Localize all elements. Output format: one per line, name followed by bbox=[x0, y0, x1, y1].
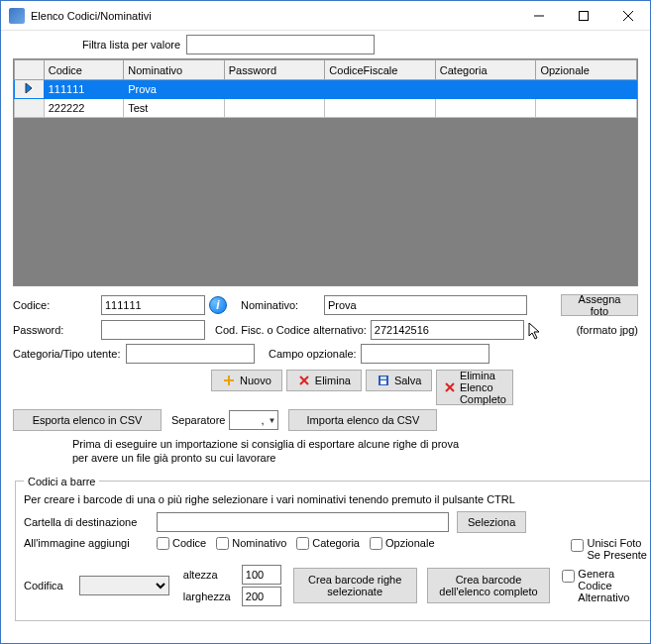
cell-password[interactable] bbox=[224, 80, 325, 99]
crea-barcode-all-button[interactable]: Crea barcode dell'elenco completo bbox=[427, 568, 551, 603]
cartella-label: Cartella di destinazione bbox=[24, 516, 153, 528]
cell-nominativo[interactable]: Prova bbox=[124, 80, 225, 99]
data-grid[interactable]: Codice Nominativo Password CodiceFiscale… bbox=[13, 58, 638, 286]
password-label: Password: bbox=[13, 324, 97, 336]
codice-input[interactable] bbox=[101, 295, 205, 315]
salva-button[interactable]: Salva bbox=[366, 370, 433, 391]
chk-genera-alt[interactable]: Genera Codice Alternativo bbox=[562, 568, 647, 603]
col-header-categoria[interactable]: Categoria bbox=[435, 60, 536, 80]
codifica-select[interactable] bbox=[79, 576, 168, 595]
cartella-input[interactable] bbox=[157, 512, 449, 532]
chk-nominativo[interactable]: Nominativo bbox=[216, 537, 286, 550]
col-header-opzionale[interactable]: Opzionale bbox=[536, 60, 637, 80]
altezza-input[interactable] bbox=[242, 565, 281, 585]
esporta-csv-button[interactable]: Esporta elenco in CSV bbox=[13, 409, 162, 431]
chk-opzionale[interactable]: Opzionale bbox=[370, 537, 435, 550]
maximize-button[interactable] bbox=[561, 1, 605, 31]
x-icon bbox=[297, 374, 311, 387]
titlebar: Elenco Codici/Nominativi bbox=[1, 1, 650, 31]
elimina-label: Elimina bbox=[315, 375, 351, 386]
table-row[interactable]: 111111Prova bbox=[15, 80, 637, 99]
opzionale-label: Campo opzionale: bbox=[269, 348, 357, 360]
separatore-value: , bbox=[261, 414, 264, 426]
codice-label: Codice: bbox=[13, 299, 97, 311]
row-header-corner bbox=[15, 60, 45, 80]
assegna-foto-button[interactable]: Assegna foto bbox=[561, 294, 638, 316]
cell-codice[interactable]: 111111 bbox=[44, 80, 124, 99]
close-button[interactable] bbox=[605, 1, 650, 31]
chk-unisci-foto[interactable]: Unisci Foto Se Presente bbox=[571, 537, 647, 561]
cell-categoria[interactable] bbox=[435, 80, 536, 99]
row-indicator bbox=[15, 99, 45, 118]
info-icon[interactable]: i bbox=[209, 296, 227, 314]
larghezza-input[interactable] bbox=[242, 587, 281, 606]
nominativo-label: Nominativo: bbox=[241, 299, 320, 311]
formato-label: (formato jpg) bbox=[577, 324, 638, 336]
cell-opzionale[interactable] bbox=[536, 80, 637, 99]
chk-codice[interactable]: Codice bbox=[157, 537, 206, 550]
nuovo-label: Nuovo bbox=[240, 375, 271, 386]
nominativo-input[interactable] bbox=[324, 295, 527, 315]
col-header-nominativo[interactable]: Nominativo bbox=[124, 60, 225, 80]
import-note: Prima di eseguire un importazione si con… bbox=[72, 437, 469, 466]
row-indicator bbox=[15, 80, 45, 99]
seleziona-button[interactable]: Seleziona bbox=[457, 511, 526, 533]
col-header-codice[interactable]: Codice bbox=[44, 60, 124, 80]
cell-password[interactable] bbox=[224, 99, 325, 118]
larghezza-label: larghezza bbox=[183, 590, 238, 602]
codifica-label: Codifica bbox=[24, 580, 75, 591]
filter-input[interactable] bbox=[186, 35, 375, 54]
codfisc-label: Cod. Fisc. o Codice alternativo: bbox=[215, 324, 367, 336]
svg-rect-3 bbox=[380, 376, 386, 379]
categoria-label: Categoria/Tipo utente: bbox=[13, 348, 122, 360]
chk-categoria[interactable]: Categoria bbox=[296, 537, 360, 550]
app-icon bbox=[9, 8, 25, 24]
elimina-elenco-button[interactable]: Elimina Elenco Completo bbox=[436, 370, 513, 405]
password-input[interactable] bbox=[101, 320, 205, 340]
separatore-label: Separatore bbox=[171, 414, 225, 426]
cell-opzionale[interactable] bbox=[536, 99, 637, 118]
x-icon bbox=[444, 380, 456, 394]
cell-nominativo[interactable]: Test bbox=[124, 99, 225, 118]
svg-rect-0 bbox=[579, 11, 588, 20]
save-icon bbox=[377, 374, 390, 387]
codfisc-input[interactable] bbox=[371, 320, 524, 340]
elimina-button[interactable]: Elimina bbox=[286, 370, 362, 391]
cell-codicefiscale[interactable] bbox=[325, 80, 435, 99]
cell-categoria[interactable] bbox=[435, 99, 536, 118]
table-row[interactable]: 222222Test bbox=[15, 99, 637, 118]
cursor-icon bbox=[528, 322, 542, 340]
elimina-elenco-label: Elimina Elenco Completo bbox=[460, 370, 506, 405]
window-title: Elenco Codici/Nominativi bbox=[31, 10, 516, 22]
barcode-group: Codici a barre Per creare i barcode di u… bbox=[15, 476, 651, 621]
opzionale-input[interactable] bbox=[361, 344, 489, 364]
cell-codice[interactable]: 222222 bbox=[44, 99, 124, 118]
altezza-label: altezza bbox=[183, 569, 238, 581]
col-header-codicefiscale[interactable]: CodiceFiscale bbox=[325, 60, 435, 80]
crea-barcode-sel-button[interactable]: Crea barcode righe selezionate bbox=[293, 568, 417, 603]
minimize-button[interactable] bbox=[516, 1, 561, 31]
categoria-input[interactable] bbox=[126, 344, 255, 364]
aggiungi-label: All'immagine aggiungi bbox=[24, 537, 153, 549]
barcode-intro: Per creare i barcode di una o più righe … bbox=[24, 493, 651, 505]
filter-label: Filtra lista per valore bbox=[82, 39, 180, 51]
barcode-legend: Codici a barre bbox=[24, 476, 99, 487]
plus-icon bbox=[222, 374, 236, 387]
cell-codicefiscale[interactable] bbox=[325, 99, 435, 118]
salva-label: Salva bbox=[394, 375, 422, 386]
col-header-password[interactable]: Password bbox=[224, 60, 325, 80]
separatore-select[interactable]: , bbox=[229, 410, 278, 430]
svg-rect-2 bbox=[380, 380, 386, 384]
importa-csv-button[interactable]: Importa elenco da CSV bbox=[288, 409, 437, 431]
nuovo-button[interactable]: Nuovo bbox=[211, 370, 282, 391]
